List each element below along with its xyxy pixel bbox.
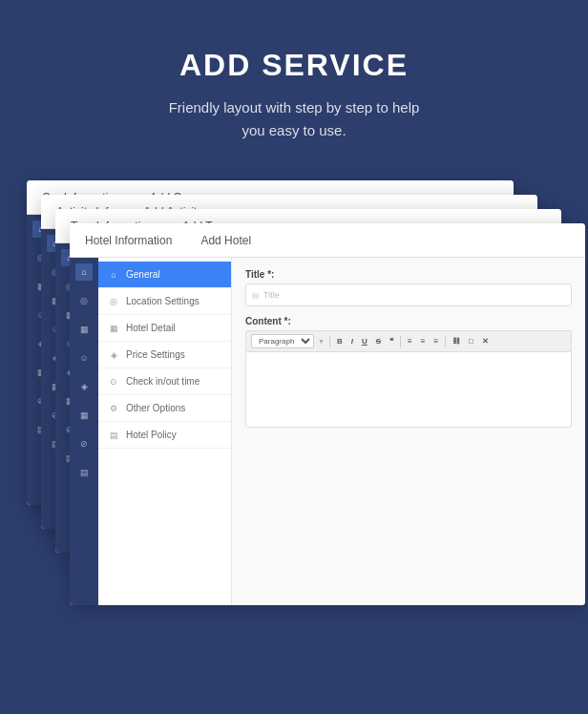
detail-icon: ▦ [108, 324, 119, 333]
location-icon: ◎ [108, 297, 119, 306]
main-title: ADD SERVICE [169, 48, 420, 83]
menu-item-checkin[interactable]: ⊙ Check in/out time [98, 368, 231, 395]
menu-item-general-label: General [126, 269, 160, 280]
title-field-label: Title *: [245, 269, 572, 280]
hotel-icon-grid[interactable]: ▦ [75, 407, 93, 424]
menu-item-general[interactable]: ⌂ General [98, 262, 231, 288]
hotel-sidebar-menu: ⌂ General ◎ Location Settings ▦ Hotel De… [98, 258, 232, 605]
hotel-icon-user[interactable]: ☺ [75, 349, 93, 367]
underline-button[interactable]: U [359, 336, 370, 346]
remove-button[interactable]: ✕ [479, 336, 492, 346]
toolbar-divider-1 [329, 336, 330, 347]
hotel-icon-doc[interactable]: ▤ [75, 464, 93, 481]
hotel-action-label: Add Hotel [200, 234, 251, 247]
price-icon: ◈ [108, 350, 119, 360]
cards-container: Car Information Add Car ⌂ ◎ ▦ ☺ ◈ ▦ ⊘ ▤ … [27, 180, 561, 591]
hotel-card: Hotel Information Add Hotel ⌂ ◎ ▦ ☺ ◈ ▦ … [70, 223, 585, 605]
link-button[interactable]: ⛓ [450, 336, 463, 346]
checkin-icon: ⊙ [108, 377, 119, 387]
align-center-button[interactable]: ≡ [418, 336, 429, 346]
editor-toolbar: Paragraph ▼ B I U S ❝ ≡ ≡ ≡ ⛓ □ ✕ [245, 330, 572, 351]
menu-item-options[interactable]: ⚙ Other Options [98, 395, 231, 422]
title-field-input[interactable]: ▤ Title [245, 284, 572, 306]
align-right-button[interactable]: ≡ [430, 336, 441, 346]
policy-icon: ▤ [108, 430, 119, 440]
menu-item-policy[interactable]: ▤ Hotel Policy [98, 422, 231, 449]
toolbar-divider-2 [400, 336, 401, 347]
options-icon: ⚙ [108, 404, 119, 413]
general-icon: ⌂ [108, 270, 119, 280]
header-section: ADD SERVICE Friendly layout with step by… [150, 0, 439, 171]
hotel-sidebar-icons: ⌂ ◎ ▦ ☺ ◈ ▦ ⊘ ▤ [70, 258, 98, 605]
hotel-icon-detail[interactable]: ▦ [75, 321, 93, 338]
hotel-card-header: Hotel Information Add Hotel [70, 223, 585, 258]
menu-item-checkin-label: Check in/out time [126, 376, 200, 387]
bold-button[interactable]: B [334, 336, 346, 346]
italic-button[interactable]: I [348, 336, 356, 346]
content-field-label: Content *: [245, 316, 572, 326]
align-left-button[interactable]: ≡ [405, 336, 415, 346]
menu-item-price[interactable]: ◈ Price Settings [98, 342, 231, 368]
subtitle: Friendly layout with step by step to hel… [169, 96, 420, 142]
menu-item-detail[interactable]: ▦ Hotel Detail [98, 315, 231, 342]
editor-body[interactable] [245, 351, 572, 428]
quote-button[interactable]: ❝ [387, 336, 396, 346]
menu-item-policy-label: Hotel Policy [126, 430, 177, 440]
hotel-card-body: ⌂ ◎ ▦ ☺ ◈ ▦ ⊘ ▤ ⌂ General ◎ Location Set… [70, 258, 585, 605]
menu-item-options-label: Other Options [126, 403, 185, 413]
hotel-main-content: Title *: ▤ Title Content *: Paragraph ▼ [232, 258, 585, 605]
paragraph-select[interactable]: Paragraph [251, 334, 314, 348]
toolbar-divider-3 [445, 336, 446, 347]
hotel-info-label: Hotel Information [85, 234, 172, 247]
menu-item-location[interactable]: ◎ Location Settings [98, 288, 231, 315]
menu-item-detail-label: Hotel Detail [126, 323, 176, 333]
hotel-icon-location[interactable]: ◎ [75, 292, 93, 309]
hotel-icon-price[interactable]: ◈ [75, 378, 93, 395]
title-placeholder: Title [263, 290, 280, 300]
hotel-icon-block[interactable]: ⊘ [75, 435, 93, 452]
image-button[interactable]: □ [466, 336, 476, 346]
menu-item-price-label: Price Settings [126, 349, 185, 360]
menu-item-location-label: Location Settings [126, 296, 200, 306]
hotel-icon-home[interactable]: ⌂ [75, 263, 93, 281]
strikethrough-button[interactable]: S [373, 336, 384, 346]
title-input-icon: ▤ [252, 291, 260, 300]
